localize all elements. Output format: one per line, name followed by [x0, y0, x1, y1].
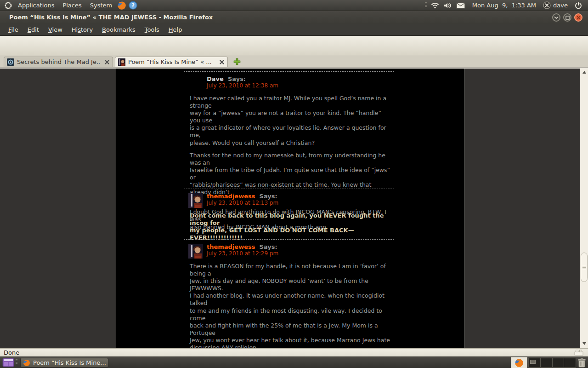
comment-author: Dave	[207, 75, 224, 82]
window-controls	[552, 13, 582, 22]
menu-help[interactable]: Help	[164, 24, 187, 36]
network-wifi-icon[interactable]	[431, 2, 439, 9]
comment: themadjewess Says: July 23, 2010 at 12:1…	[184, 189, 394, 247]
tab-favicon	[7, 58, 14, 66]
comment-body: Dont come back to this blog again, you N…	[190, 212, 393, 242]
taskbar-window-title: Poem “His Kiss Is Mine...	[33, 359, 106, 366]
power-icon[interactable]	[575, 2, 582, 9]
menu-edit[interactable]: Edit	[23, 24, 44, 36]
tab-close-icon[interactable]	[104, 59, 110, 65]
comment-author[interactable]: themadjewess	[207, 193, 255, 200]
commenter-avatar	[188, 193, 203, 208]
workspace-switcher[interactable]	[528, 358, 576, 368]
panel-grip-handle[interactable]	[425, 2, 427, 9]
workspace-window-thumb	[530, 360, 536, 364]
comment-says-label: Says:	[257, 193, 277, 200]
taskbar-window-button[interactable]: Poem “His Kiss Is Mine...	[20, 358, 108, 368]
comment-author[interactable]: themadjewess	[207, 243, 255, 250]
panel-username[interactable]: dave	[553, 2, 568, 9]
tab-title: Secrets behind The Mad Je...	[17, 58, 101, 65]
new-tab-button[interactable]	[232, 57, 242, 67]
comment-date-link[interactable]: July 23, 2010 at 12:38 am	[207, 82, 394, 89]
taskbar-firefox-button[interactable]	[511, 357, 527, 368]
workspace-1[interactable]	[529, 358, 541, 367]
panel-right: Mon Aug 9, 1:33 AM dave	[425, 0, 588, 11]
status-text: Done	[4, 349, 19, 356]
panel-menu-system[interactable]: System	[86, 0, 116, 11]
comment-author-line: themadjewess Says:	[207, 193, 394, 200]
browser-tab[interactable]: Poem “His Kiss Is Mine” « ...	[115, 57, 228, 67]
help-icon[interactable]: ?	[128, 0, 138, 11]
scroll-up-button[interactable]	[580, 69, 588, 76]
firefox-launcher-icon[interactable]	[117, 0, 127, 11]
show-desktop-icon[interactable]	[2, 358, 14, 368]
maximize-button[interactable]	[563, 13, 571, 22]
scrollbar-thumb[interactable]	[581, 253, 588, 282]
tasklist-grip-handle[interactable]	[16, 359, 17, 366]
panel-menu-places[interactable]: Places	[58, 0, 85, 11]
comment-says-label: Says:	[257, 243, 277, 250]
mail-icon[interactable]	[456, 2, 465, 9]
browser-viewport: Dave Says: July 23, 2010 at 12:38 am I h…	[0, 69, 588, 348]
ubuntu-logo-icon[interactable]	[3, 0, 13, 11]
workspace-2[interactable]	[541, 358, 553, 367]
tab-bar: Secrets behind The Mad Je... Poem “His K…	[0, 55, 588, 67]
close-button[interactable]	[574, 13, 582, 22]
panel-menus: ApplicationsPlacesSystem	[14, 0, 116, 11]
menu-file[interactable]: File	[4, 24, 23, 36]
commenter-avatar	[188, 244, 203, 259]
comment-date-link[interactable]: July 23, 2010 at 12:13 pm	[207, 200, 394, 206]
menu-tools[interactable]: Tools	[140, 24, 164, 36]
comment-author-line: Dave Says:	[207, 75, 394, 82]
comment-author-line: themadjewess Says:	[207, 243, 394, 250]
comment-says-label: Says:	[226, 75, 246, 82]
trash-icon[interactable]	[577, 358, 586, 368]
menu-history[interactable]: History	[67, 24, 97, 36]
nav-toolbar: http://themadjewess.wordpress.com/2010/0…	[0, 36, 588, 55]
gnome-top-panel: ApplicationsPlacesSystem ? Mon Aug 9, 1:…	[0, 0, 588, 11]
menu-bookmarks[interactable]: Bookmarks	[97, 24, 140, 36]
tab-close-icon[interactable]	[219, 59, 225, 65]
panel-clock[interactable]: Mon Aug 9, 1:33 AM	[472, 2, 536, 9]
user-status-icon[interactable]	[543, 1, 551, 9]
scrollbar-grip	[582, 266, 586, 269]
browser-tab[interactable]: Secrets behind The Mad Je...	[4, 57, 113, 67]
tab-title: Poem “His Kiss Is Mine” « ...	[128, 58, 215, 65]
status-bar: Done	[0, 348, 588, 356]
panel-left: ApplicationsPlacesSystem ?	[0, 0, 138, 11]
menubar: FileEditViewHistoryBookmarksToolsHelp	[0, 24, 588, 36]
panel-menu-applications[interactable]: Applications	[14, 0, 58, 11]
desktop: ApplicationsPlacesSystem ? Mon Aug 9, 1:…	[0, 0, 588, 368]
comment-date-link[interactable]: July 23, 2010 at 12:29 pm	[207, 250, 394, 257]
vertical-scrollbar[interactable]	[580, 69, 588, 348]
svg-text:?: ?	[131, 2, 135, 9]
tab-favicon	[118, 58, 125, 66]
scroll-down-button[interactable]	[580, 340, 588, 347]
window-titlebar[interactable]: Poem “His Kiss Is Mine” « THE MAD JEWESS…	[0, 11, 588, 24]
firefox-icon	[23, 359, 30, 367]
workspace-4[interactable]	[564, 358, 576, 367]
workspace-3[interactable]	[553, 358, 565, 367]
comment-body: There is a REASON for my handle, it is n…	[190, 263, 393, 348]
comment: themadjewess Says: July 23, 2010 at 12:2…	[184, 239, 394, 348]
minimize-button[interactable]	[552, 13, 560, 22]
gnome-bottom-panel: Poem “His Kiss Is Mine...	[0, 356, 588, 368]
menu-view[interactable]: View	[44, 24, 67, 36]
volume-icon[interactable]	[444, 2, 452, 9]
window-title: Poem “His Kiss Is Mine” « THE MAD JEWESS…	[9, 11, 213, 24]
